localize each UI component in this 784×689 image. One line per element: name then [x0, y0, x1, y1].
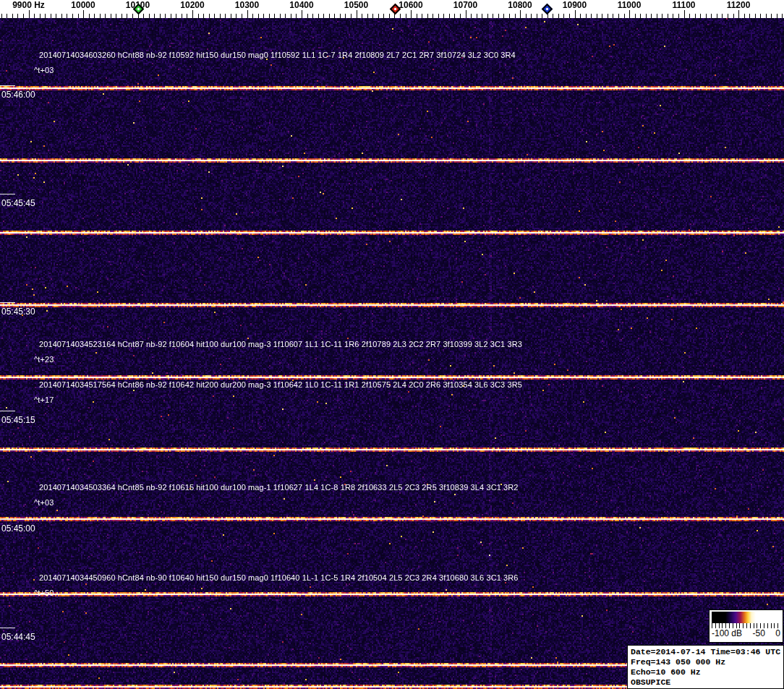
info-echo: Echo=10 600 Hz [631, 667, 783, 677]
freq-axis-tick [83, 10, 84, 18]
freq-axis-tick [203, 14, 204, 18]
freq-axis-tick [345, 14, 346, 18]
freq-axis-label: 10900 [563, 0, 587, 10]
freq-axis-tick [722, 14, 723, 18]
freq-axis-tick [695, 14, 696, 18]
freq-axis-tick [651, 14, 652, 18]
freq-axis-tick [378, 14, 379, 18]
freq-axis-tick [351, 14, 351, 18]
freq-axis-tick [400, 14, 401, 18]
freq-axis-tick [165, 14, 166, 18]
freq-axis-tick [143, 14, 144, 18]
freq-axis-tick [460, 14, 461, 18]
freq-axis-tick [296, 14, 297, 18]
freq-axis-tick [678, 14, 679, 18]
freq-axis-tick [482, 14, 482, 18]
freq-axis-tick [766, 14, 767, 18]
freq-axis-tick [7, 14, 7, 18]
freq-axis-tick [45, 14, 46, 18]
freq-axis-tick [711, 14, 712, 18]
freq-axis-tick [662, 14, 662, 18]
green-marker-diamond-dot [137, 7, 140, 10]
freq-axis-tick [531, 14, 532, 18]
freq-axis-tick [498, 14, 499, 18]
freq-axis-tick [302, 10, 302, 18]
detection-time-offset: ^t+03 [34, 66, 54, 74]
time-tick [0, 628, 15, 628]
freq-axis-tick [700, 14, 701, 18]
freq-axis-tick [575, 10, 576, 18]
freq-axis-tick [689, 14, 690, 18]
freq-axis-tick [1, 14, 2, 18]
freq-axis-tick [613, 14, 613, 18]
detection-time-offset: ^t+23 [34, 355, 54, 364]
freq-axis-tick [72, 14, 73, 18]
freq-axis-tick [526, 14, 527, 18]
detection-annotation: 20140714034517564 hCnt86 nb-92 f10642 hi… [39, 380, 522, 389]
freq-axis-tick [646, 14, 647, 18]
freq-axis-tick [383, 14, 384, 18]
freq-axis-tick [777, 14, 777, 18]
freq-axis-tick [252, 14, 253, 18]
blue-marker-diamond-dot [545, 7, 548, 10]
freq-axis-tick [443, 14, 444, 18]
time-tick [0, 411, 15, 411]
freq-axis-label: 10300 [235, 0, 259, 10]
freq-axis-tick [269, 14, 270, 18]
freq-axis-tick [744, 14, 745, 18]
freq-axis-tick [733, 14, 734, 18]
freq-axis-tick [629, 10, 630, 18]
freq-axis-tick [362, 14, 362, 18]
freq-axis-tick [547, 14, 548, 18]
freq-axis-tick [509, 14, 510, 18]
freq-axis-tick [471, 14, 472, 18]
freq-axis-tick [122, 14, 122, 18]
freq-axis-tick [105, 14, 106, 18]
info-frequency: Freq=143 050 000 Hz [631, 657, 783, 667]
freq-axis-tick [553, 14, 553, 18]
freq-axis-tick [182, 14, 182, 18]
freq-axis-tick [520, 10, 521, 18]
freq-axis-tick [149, 14, 150, 18]
freq-axis-tick [466, 10, 466, 18]
freq-axis-tick [427, 14, 428, 18]
freq-axis-tick [635, 14, 636, 18]
freq-axis-tick [372, 14, 373, 18]
freq-axis-tick [100, 14, 101, 18]
legend-label-mid: -50 [753, 628, 765, 638]
freq-axis-tick [503, 14, 504, 18]
freq-axis-tick [51, 14, 51, 18]
timestamp-label: 05:45:00 [1, 523, 35, 534]
time-tick [0, 194, 15, 194]
freq-axis-tick [176, 14, 176, 18]
freq-axis-tick [34, 14, 35, 18]
freq-axis-tick [340, 14, 341, 18]
freq-axis-tick [220, 14, 221, 18]
freq-axis-tick [422, 14, 422, 18]
timestamp-label: 05:45:15 [1, 415, 35, 425]
timestamp-label: 05:46:00 [1, 90, 35, 100]
freq-axis-tick [738, 10, 739, 18]
freq-axis-tick [563, 14, 564, 18]
freq-axis-tick [591, 14, 592, 18]
freq-axis-tick [111, 14, 111, 18]
freq-axis-tick [225, 14, 226, 18]
freq-axis-tick [89, 14, 90, 18]
freq-axis-label: 10200 [180, 0, 204, 10]
freq-axis-tick [454, 14, 455, 18]
freq-axis-tick [668, 14, 668, 18]
freq-axis-tick [78, 14, 79, 18]
freq-axis-tick [192, 10, 193, 18]
freq-axis-label: 10700 [453, 0, 477, 10]
freq-axis-tick [280, 14, 281, 18]
detection-annotation: 20140714034603260 hCnt88 nb-92 f10592 hi… [39, 51, 516, 59]
freq-axis-tick [515, 14, 516, 18]
detection-time-offset: ^t+03 [34, 498, 54, 507]
freq-axis-tick [771, 14, 772, 18]
observation-info-box: Date=2014-07-14 Time=03:46 UTC Freq=143 … [627, 645, 784, 689]
info-date-time: Date=2014-07-14 Time=03:46 UTC [631, 647, 783, 657]
freq-axis-tick [602, 14, 602, 18]
color-scale-legend: -100 dB -50 0 [709, 609, 783, 643]
freq-axis-tick [236, 14, 237, 18]
color-scale-ticks [712, 623, 780, 628]
